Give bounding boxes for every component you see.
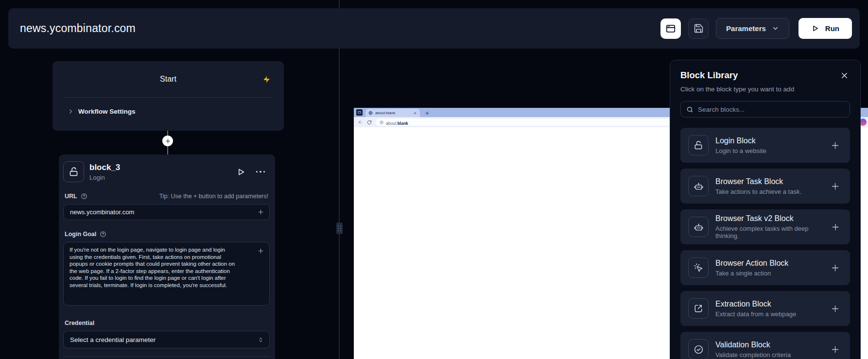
login-node-divider [63,356,270,357]
library-title: Block Library [680,70,738,81]
info-icon [380,120,383,124]
close-library-button[interactable] [839,70,850,81]
back-icon[interactable] [358,120,363,125]
panel-resize-handle[interactable] [336,222,343,234]
lock-open-icon [63,161,84,182]
top-bar-actions: Parameters Run [660,18,852,39]
add-block-icon[interactable] [830,263,840,273]
search-blocks-box [680,101,850,118]
url-host: blank [398,121,408,126]
tab-close-icon[interactable] [413,111,417,115]
library-item-extraction-block[interactable]: Extraction Block Extract data from a web… [680,291,850,326]
robot-icon [688,176,709,196]
browser-panel-toggle-button[interactable] [660,18,681,39]
workflow-settings-label: Workflow Settings [78,108,136,115]
browser-tab[interactable]: about:blank [365,109,420,117]
login-block-node[interactable]: block_3 Login URL Tip: Use the + button … [59,154,275,359]
zap-icon [262,75,271,84]
search-icon [686,106,694,113]
save-button[interactable] [688,18,709,39]
close-icon [840,71,849,80]
chevron-right-icon [68,108,74,115]
canvas-divider [339,0,340,359]
library-item-login-block[interactable]: Login Block Login to a website [680,128,850,163]
cursor-click-icon [688,257,709,278]
browser-window-icon [665,23,676,34]
add-block-icon[interactable] [830,140,840,151]
tab-title: about:blank [375,111,411,115]
block-type-label: Login [89,174,120,181]
add-block-icon[interactable] [830,344,840,355]
url-input[interactable] [63,204,270,220]
save-icon [694,23,704,34]
parameters-tip: Tip: Use the + button to add parameters! [159,193,268,200]
run-block-icon[interactable] [236,167,246,177]
credential-select[interactable]: Select a credential parameter [63,331,270,348]
plus-icon [165,138,171,144]
start-node-header: Start [52,61,284,97]
library-subtitle: Click on the block type you want to add [680,85,850,93]
add-block-icon[interactable] [830,181,840,191]
block-menu-icon[interactable] [256,171,265,173]
robot-icon [688,217,709,237]
parameters-label: Parameters [726,24,766,33]
add-block-button[interactable] [162,136,173,146]
library-item-validation-block[interactable]: Validation Block Validate completion cri… [680,332,850,359]
play-icon [811,24,819,33]
run-label: Run [825,24,839,33]
url-scheme: about: [386,121,398,126]
new-tab-icon[interactable] [425,111,430,116]
reload-icon[interactable] [367,120,372,125]
workflow-title: news.ycombinator.com [20,22,136,35]
block-title: block_3 [89,163,120,172]
login-node-header: block_3 Login [63,161,270,182]
chevrons-up-down-icon [258,337,264,343]
login-goal-textarea[interactable]: If you're not on the login page, navigat… [63,242,270,306]
library-item-browser-action-block[interactable]: Browser Action Block Take a single actio… [680,250,850,285]
help-circle-icon[interactable] [81,193,87,200]
block-list: Login Block Login to a website Browser T… [680,128,850,359]
add-block-icon[interactable] [831,222,840,232]
extract-icon [688,298,709,319]
check-circle-icon [688,339,709,359]
globe-icon [368,111,373,115]
workspace-icon [356,109,363,116]
top-bar: news.ycombinator.com Parameters Run [8,8,860,49]
search-blocks-input[interactable] [698,106,844,113]
block-library-panel: Block Library Click on the block type yo… [670,60,861,359]
chevron-down-icon [772,25,779,32]
parameters-dropdown[interactable]: Parameters [716,18,789,39]
lock-open-icon [688,135,709,155]
library-item-browser-task-v2-block[interactable]: Browser Task v2 Block Achieve complex ta… [680,209,850,244]
add-parameter-icon[interactable] [257,208,264,216]
help-circle-icon[interactable] [100,231,106,238]
add-block-icon[interactable] [830,304,840,314]
credential-field-label: Credential [65,320,94,326]
start-node-title: Start [160,75,176,84]
url-field-label: URL [65,193,87,200]
credential-select-value: Select a credential parameter [70,336,156,343]
library-item-browser-task-block[interactable]: Browser Task Block Take actions to achie… [680,169,850,204]
start-node[interactable]: Start Workflow Settings [52,61,284,131]
goal-field-label: Login Goal [65,231,106,238]
workflow-settings-toggle[interactable]: Workflow Settings [52,98,284,115]
add-parameter-icon[interactable] [257,247,264,255]
workflow-editor: about:blank about:blank news.ycombinator… [0,0,868,359]
run-button[interactable]: Run [799,18,852,39]
